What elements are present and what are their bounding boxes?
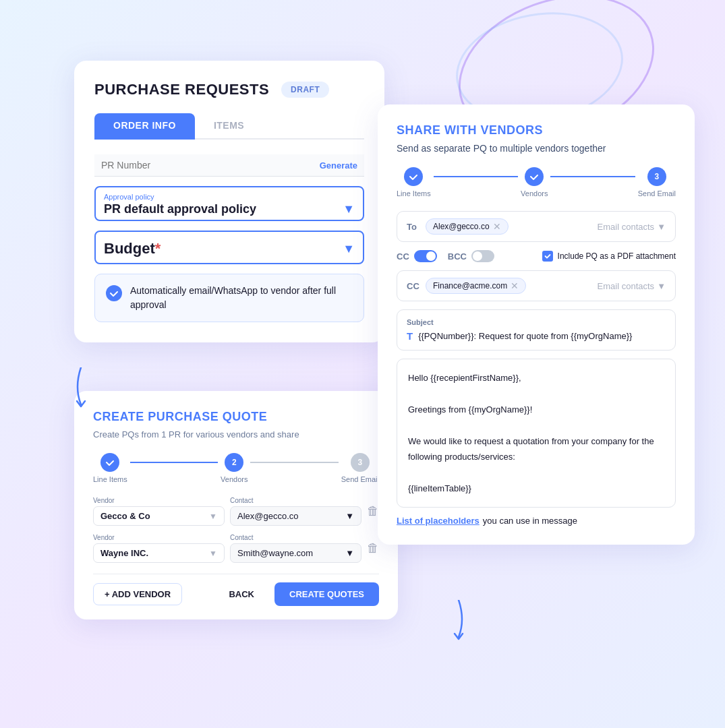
placeholder-link[interactable]: List of placeholders: [397, 516, 480, 526]
email-body-box[interactable]: Hello {{recepientFirstName}}, Greetings …: [397, 359, 676, 508]
vendor-row-2: Vendor Wayne INC. ▼ Contact Smith@wayne.…: [93, 534, 379, 563]
pdf-checkbox-icon[interactable]: [542, 251, 553, 262]
to-label: To: [407, 222, 420, 232]
step-send-email: 3 Send Email: [341, 453, 379, 483]
pr-number-input[interactable]: [101, 160, 320, 171]
swv-step-line-1: [434, 176, 518, 177]
cc-email-contacts-chevron-icon: ▼: [657, 281, 666, 291]
email-body-text: Hello {{recepientFirstName}}, Greetings …: [408, 370, 664, 496]
vendor-1-group: Vendor Gecco & Co ▼: [93, 497, 225, 526]
cc-field-box: CC Finance@acme.com ✕ Email contacts ▼: [397, 270, 676, 301]
swv-step-line-items: Line Items: [397, 167, 431, 198]
tabs-row: ORDER INFO ITEMS: [94, 113, 364, 140]
step-circle-send-email: 3: [351, 453, 370, 472]
cc-toggle[interactable]: [414, 250, 437, 262]
budget-field[interactable]: Budget* ▼: [94, 231, 364, 264]
step-label-vendors: Vendors: [221, 475, 248, 483]
bcc-toggle-group: BCC: [448, 250, 494, 262]
vendor-2-label: Vendor: [93, 534, 225, 541]
step-line-items: Line Items: [93, 453, 127, 483]
contact-1-chevron-icon: ▼: [345, 511, 354, 521]
contact-2-select[interactable]: Smith@wayne.com ▼: [230, 543, 361, 563]
cc-email-contacts-button[interactable]: Email contacts ▼: [598, 281, 666, 291]
swv-step-vendors: Vendors: [521, 167, 548, 198]
cc-label: CC: [397, 251, 409, 262]
swv-step-circle-vendors: [525, 167, 544, 186]
create-purchase-quote-card: CREATE PURCHASE QUOTE Create PQs from 1 …: [74, 391, 398, 619]
step-circle-vendors: 2: [225, 453, 243, 472]
cc-chip: Finance@acme.com ✕: [426, 278, 526, 294]
approval-policy-chevron-icon: ▼: [343, 202, 355, 216]
cc-chip-remove-icon[interactable]: ✕: [511, 280, 519, 291]
cc-field-label: CC: [407, 281, 420, 291]
cpq-description: Create PQs from 1 PR for various vendors…: [93, 429, 379, 439]
swv-step-label-vendors: Vendors: [521, 189, 548, 198]
budget-chevron-icon: ▼: [343, 242, 355, 256]
create-quotes-button[interactable]: CREATE QUOTES: [274, 582, 379, 606]
to-field-inner: To Alex@gecco.co ✕ Email contacts ▼: [407, 218, 666, 235]
vendor-row-1: Vendor Gecco & Co ▼ Contact Alex@gecco.c…: [93, 497, 379, 526]
step-line-2: [250, 462, 338, 463]
swv-step-send-email: 3 Send Email: [638, 167, 676, 198]
approval-policy-value: PR default approval policy ▼: [104, 202, 355, 216]
vendor-1-chevron-icon: ▼: [209, 512, 217, 521]
add-vendor-button[interactable]: + ADD VENDOR: [93, 583, 182, 605]
arrow-placeholder-icon: [445, 600, 472, 643]
cpq-actions: + ADD VENDOR BACK CREATE QUOTES: [93, 574, 379, 606]
generate-link[interactable]: Generate: [320, 160, 357, 171]
vendor-1-select[interactable]: Gecco & Co ▼: [93, 506, 225, 526]
tab-order-info[interactable]: ORDER INFO: [94, 113, 195, 140]
to-chip-remove-icon[interactable]: ✕: [493, 221, 501, 232]
back-button[interactable]: BACK: [216, 584, 266, 605]
cpq-title: CREATE PURCHASE QUOTE: [93, 410, 379, 424]
vendor-1-label: Vendor: [93, 497, 225, 504]
bcc-toggle[interactable]: [471, 250, 494, 262]
swv-title: SHARE WITH VENDORS: [397, 123, 676, 138]
contact-2-group: Contact Smith@wayne.com ▼: [230, 534, 361, 563]
step-vendors: 2 Vendors: [221, 453, 248, 483]
cc-toggle-group: CC: [397, 250, 437, 262]
to-email-contacts-button[interactable]: Email contacts ▼: [598, 222, 666, 232]
card-header: PURCHASE REQUESTS DRAFT: [94, 81, 364, 98]
step-circle-line-items: [100, 453, 119, 472]
step-label-line-items: Line Items: [93, 475, 127, 483]
purchase-requests-card: PURCHASE REQUESTS DRAFT ORDER INFO ITEMS…: [74, 61, 384, 342]
pdf-checkbox-row: Include PQ as a PDF attachment: [542, 251, 676, 262]
contact-2-label: Contact: [230, 534, 361, 541]
draft-badge: DRAFT: [281, 82, 329, 98]
auto-email-row: Automatically email/WhatsApp to vendor a…: [94, 274, 364, 322]
cpq-stepper: Line Items 2 Vendors 3 Send Email: [93, 453, 379, 483]
placeholder-row: List of placeholders you can use in mess…: [397, 516, 676, 526]
pr-number-field: Generate: [94, 154, 364, 177]
subject-t-icon: T: [407, 330, 413, 342]
contact-1-select[interactable]: Alex@gecco.co ▼: [230, 506, 361, 526]
page-title: PURCHASE REQUESTS: [94, 81, 269, 98]
vendor-2-chevron-icon: ▼: [209, 549, 217, 558]
budget-asterisk: *: [155, 240, 161, 257]
pdf-label: Include PQ as a PDF attachment: [558, 251, 676, 261]
subject-text: {{PQNumber}}: Request for quote from {{m…: [418, 331, 632, 341]
subject-box: Subject T {{PQNumber}}: Request for quot…: [397, 309, 676, 351]
swv-description: Send as separate PQ to multiple vendors …: [397, 143, 676, 154]
contact-2-chevron-icon: ▼: [345, 548, 354, 558]
step-line-1: [130, 462, 218, 463]
delete-vendor-2-icon[interactable]: 🗑: [367, 541, 379, 555]
auto-email-checkbox-icon[interactable]: [106, 285, 122, 301]
subject-content: T {{PQNumber}}: Request for quote from {…: [407, 330, 666, 342]
cc-field-inner: CC Finance@acme.com ✕ Email contacts ▼: [407, 278, 666, 294]
contact-1-label: Contact: [230, 497, 361, 504]
swv-step-line-2: [550, 176, 635, 177]
contact-1-group: Contact Alex@gecco.co ▼: [230, 497, 361, 526]
auto-email-text: Automatically email/WhatsApp to vendor a…: [130, 284, 353, 312]
swv-step-circle-line-items: [404, 167, 423, 186]
swv-step-circle-send-email: 3: [647, 167, 666, 186]
tab-items[interactable]: ITEMS: [195, 113, 263, 140]
cc-bcc-row: CC BCC Include PQ as a PDF attachment: [397, 250, 676, 262]
share-with-vendors-card: SHARE WITH VENDORS Send as separate PQ t…: [378, 104, 695, 545]
approval-policy-label: Approval policy: [104, 193, 355, 201]
vendor-2-select[interactable]: Wayne INC. ▼: [93, 543, 225, 563]
bcc-label: BCC: [448, 251, 467, 262]
approval-policy-field[interactable]: Approval policy PR default approval poli…: [94, 186, 364, 221]
to-field-box: To Alex@gecco.co ✕ Email contacts ▼: [397, 211, 676, 242]
step-label-send-email: Send Email: [341, 475, 379, 483]
